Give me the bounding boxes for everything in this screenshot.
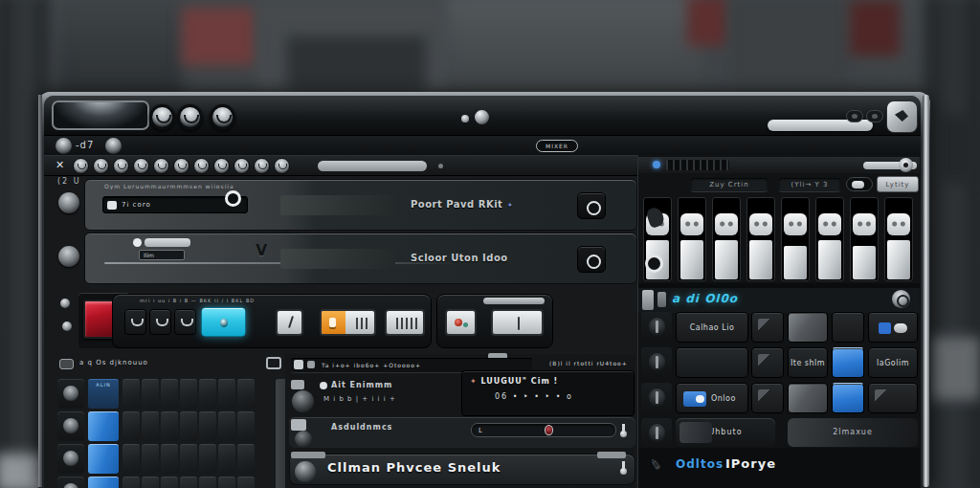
transport-light-button-1[interactable] (276, 309, 303, 336)
fader-cap[interactable] (715, 213, 738, 235)
right-row2-wide-button[interactable] (676, 347, 748, 378)
toolbar-button-icon[interactable] (193, 158, 210, 174)
slot2-field[interactable]: Ilim (139, 250, 185, 260)
toolbar-button-icon[interactable] (113, 158, 129, 174)
rowB-slider[interactable]: L (471, 423, 616, 437)
mid-header-icon-2[interactable] (307, 361, 315, 368)
dark-pad[interactable] (218, 411, 235, 441)
rowA-icon-square[interactable] (291, 380, 304, 389)
right-row1-knob[interactable] (641, 312, 672, 343)
fader-slot[interactable] (678, 197, 706, 281)
pad-row-knob[interactable] (57, 477, 84, 488)
right-row3-gray-button[interactable] (788, 383, 828, 413)
transport-light-button-2[interactable] (385, 309, 425, 336)
right-header-button[interactable]: Lytity (877, 176, 919, 192)
toolbar-button-icon[interactable] (153, 158, 169, 174)
maximize-button[interactable] (866, 110, 883, 122)
minimize-button[interactable] (846, 110, 863, 122)
dark-pad[interactable] (218, 379, 235, 409)
dark-pad[interactable] (199, 477, 216, 488)
toolbar-button-icon[interactable] (254, 158, 270, 174)
dark-pad[interactable] (122, 379, 140, 409)
dark-pad[interactable] (122, 444, 140, 474)
dark-pad[interactable] (180, 477, 197, 488)
dark-pad[interactable] (218, 477, 235, 488)
dark-pad[interactable] (180, 379, 197, 409)
fader-slot[interactable] (712, 197, 741, 281)
dark-pad[interactable] (237, 379, 255, 409)
close-button[interactable] (886, 100, 918, 133)
right-row1-toggle-button[interactable] (868, 312, 918, 343)
fader-cap[interactable] (853, 213, 876, 235)
pads-header-icon[interactable] (59, 359, 74, 369)
slot1-power-button[interactable] (577, 192, 606, 219)
toolbar-button-icon[interactable] (213, 158, 230, 174)
right-row1-gray-button[interactable] (788, 312, 828, 343)
rowC-knob[interactable] (295, 461, 316, 482)
slot1-ring-button[interactable] (225, 190, 241, 207)
dark-pad[interactable] (142, 411, 159, 441)
toolbar-button-icon[interactable] (234, 158, 250, 174)
right-header-toggle[interactable] (846, 177, 873, 191)
transport-light-button-3[interactable] (445, 309, 477, 336)
transport-pill[interactable] (483, 298, 545, 304)
display-pad-icon-1[interactable] (642, 290, 654, 310)
rowB-icon-square[interactable] (291, 419, 306, 431)
slot2-pill[interactable] (145, 238, 190, 247)
button-uhbuto[interactable]: Uhbuto (676, 418, 775, 447)
toolbar-button-icon[interactable] (173, 158, 189, 174)
titlebar-icon-3[interactable] (210, 104, 235, 130)
play-button[interactable] (201, 307, 246, 337)
rowA-knob[interactable] (292, 390, 314, 412)
button-calhao-lio[interactable]: Calhao Lio (676, 312, 748, 343)
display-pad-icon-2[interactable] (657, 292, 666, 307)
rowB-slider-marker[interactable] (545, 425, 553, 435)
transport-button-2[interactable] (149, 309, 171, 335)
dark-pad[interactable] (142, 477, 159, 488)
right-row1-arrow-button[interactable] (751, 312, 784, 343)
dark-pad[interactable] (237, 411, 255, 441)
toolbar-button-icon[interactable] (93, 158, 109, 174)
toolbar-x-icon[interactable]: ✕ (56, 159, 64, 171)
blue-pad[interactable] (88, 411, 119, 441)
right-display-circle-button[interactable] (892, 290, 910, 308)
transport-light-button-4[interactable] (491, 309, 544, 336)
titlebar-icon-1[interactable] (149, 104, 175, 130)
pad-row-knob[interactable] (57, 379, 84, 409)
dark-pad[interactable] (180, 411, 197, 441)
menu-circle-icon-1[interactable] (56, 138, 72, 154)
slot2-knob[interactable] (58, 246, 79, 267)
fader-cap[interactable] (818, 213, 841, 235)
right-header-slider-knob[interactable] (899, 158, 913, 172)
right-row2-knob[interactable] (641, 347, 672, 378)
dark-pad[interactable] (199, 379, 216, 409)
dark-pad[interactable] (161, 411, 178, 441)
titlebar-icon-2[interactable] (177, 104, 203, 130)
dark-pad[interactable] (237, 444, 255, 474)
rack-slot-2[interactable]: Ilim V Scloor Uton Idoo (84, 233, 637, 284)
fader-cap[interactable] (749, 213, 772, 235)
mixer-badge[interactable]: MIXER (536, 140, 578, 152)
dark-pad[interactable] (142, 379, 159, 409)
fader-slot[interactable] (746, 197, 775, 281)
toolbar-button-icon[interactable] (73, 158, 89, 174)
right-row3-dark-button[interactable] (868, 383, 918, 413)
blue-pad[interactable] (88, 477, 119, 488)
rowC-fader-icon[interactable] (622, 461, 625, 469)
fader-bank-ring-button[interactable] (645, 255, 663, 273)
button-ite-shlm[interactable]: Ite shlm (788, 347, 828, 378)
transport-button-3[interactable] (174, 309, 196, 335)
mid-header-icon-1[interactable] (294, 360, 303, 369)
fader-cap[interactable] (680, 213, 703, 235)
fader-slot[interactable] (781, 197, 810, 281)
toolbar-button-icon[interactable] (274, 158, 290, 174)
right-row1-dark-button[interactable] (832, 312, 864, 343)
fader-cap[interactable] (784, 213, 807, 235)
rack-slot-1[interactable]: Oym Loruummaurmmmsen wiiosiia 7i coro Po… (84, 179, 637, 231)
dark-pad[interactable] (199, 444, 216, 474)
dark-pad[interactable] (161, 444, 178, 474)
dark-pad[interactable] (142, 444, 159, 474)
fader-slot[interactable] (815, 197, 844, 281)
slot2-power-button[interactable] (577, 246, 606, 273)
footer-link-blue[interactable]: Odltos (676, 457, 724, 471)
